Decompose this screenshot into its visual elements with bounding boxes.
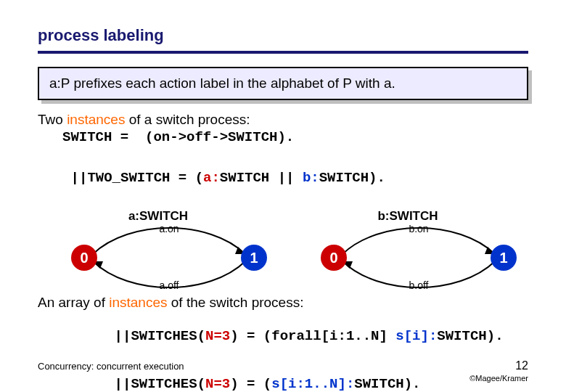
lts-a-on-label: a.on	[159, 225, 179, 234]
lts-b-state-1: 1	[499, 250, 507, 266]
two-instances-pre: Two	[38, 112, 67, 127]
code-sw1-n: N=3	[205, 328, 230, 344]
code-two-switch-a: a:	[203, 170, 220, 186]
lts-b: b:SWITCH b.on b.off 0 1	[292, 209, 524, 290]
code-two-switch-pre: ||TWO_SWITCH = (	[71, 170, 203, 186]
lts-b-title: b:SWITCH	[292, 209, 524, 224]
array-instances-line: An array of instances of the switch proc…	[38, 295, 528, 311]
lts-b-on-label: b.on	[409, 225, 428, 234]
lts-b-off-label: b.off	[409, 279, 429, 290]
code-sw1-d: SWITCH).	[437, 328, 503, 344]
lts-b-svg: b.on b.off 0 1	[292, 225, 524, 290]
lts-a-title: a:SWITCH	[42, 209, 274, 224]
code-switch: SWITCH = (on->off->SWITCH).	[62, 129, 528, 145]
slide-footer: Concurrency: concurrent execution 12 ©Ma…	[38, 359, 528, 383]
code-sw1-c: s[i]:	[395, 328, 437, 344]
array-instances-post: of the switch process:	[168, 295, 304, 310]
lts-a-svg: a.on a.off 0 1	[42, 225, 274, 290]
footer-left: Concurrency: concurrent execution	[38, 361, 184, 372]
code-two-switch-b: b:	[303, 170, 319, 186]
code-two-switch-mid2: SWITCH).	[319, 170, 385, 186]
code-two-switch-mid1: SWITCH ||	[220, 170, 303, 186]
page-number: 12	[515, 359, 528, 372]
lts-a: a:SWITCH a.on a.off 0 1	[42, 209, 274, 290]
lts-a-state-1: 1	[250, 250, 258, 266]
code-two-switch: ||TWO_SWITCH = (a:SWITCH || b:SWITCH).	[38, 154, 528, 202]
slide-title: process labeling	[38, 26, 528, 45]
code-switches-1: ||SWITCHES(N=3) = (forall[i:1..N] s[i]:S…	[81, 312, 528, 360]
definition-box: a:P prefixes each action label in the al…	[38, 67, 528, 100]
definition-text: a:P prefixes each action label in the al…	[38, 67, 528, 100]
code-sw1-a: ||SWITCHES(	[115, 328, 205, 344]
lts-a-state-0: 0	[80, 250, 88, 266]
lts-a-off-label: a.off	[160, 279, 179, 290]
array-instances-pre: An array of	[38, 295, 109, 310]
array-instances-em: instances	[109, 295, 167, 310]
code-sw1-b: ) = (forall[i:1..N]	[230, 328, 395, 344]
lts-b-state-0: 0	[329, 250, 337, 266]
two-instances-post: of a switch process:	[125, 112, 250, 127]
two-instances-line: Two instances of a switch process:	[38, 112, 528, 128]
lts-diagram-row: a:SWITCH a.on a.off 0 1 b:SWITCH	[38, 209, 528, 290]
two-instances-em: instances	[67, 112, 125, 127]
slide-root: process labeling a:P prefixes each actio…	[0, 0, 566, 392]
title-underline	[38, 51, 528, 54]
copyright: ©Magee/Kramer	[469, 374, 528, 383]
